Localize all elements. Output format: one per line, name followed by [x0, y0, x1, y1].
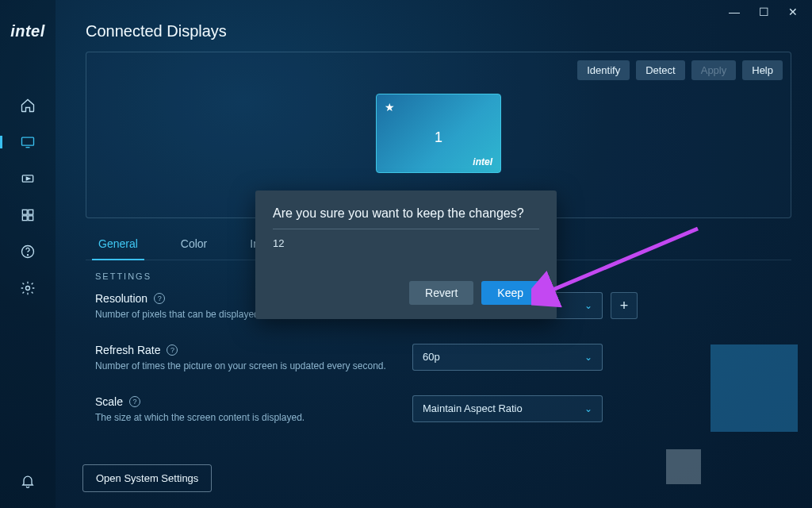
grid-icon: [20, 207, 36, 223]
sidebar-item-home[interactable]: [0, 98, 56, 114]
scale-value: Maintain Aspect Ratio: [423, 402, 523, 414]
refresh-row: Refresh Rate ? Number of times the pictu…: [95, 344, 782, 373]
info-icon[interactable]: ?: [154, 293, 165, 304]
display-tile-1[interactable]: ★ 1 intel: [376, 94, 501, 173]
svg-point-7: [28, 255, 29, 256]
dialog-countdown: 12: [273, 229, 539, 249]
sidebar-nav: [0, 98, 56, 296]
brand-logo: intel: [10, 22, 45, 40]
display-number: 1: [377, 129, 500, 146]
refresh-value: 60p: [423, 351, 440, 363]
sidebar-item-settings[interactable]: [0, 280, 56, 296]
add-resolution-button[interactable]: +: [611, 292, 638, 319]
svg-rect-5: [29, 216, 33, 221]
gear-icon: [20, 280, 36, 296]
decorative-square: [710, 344, 798, 432]
tab-general[interactable]: General: [95, 229, 141, 260]
info-icon[interactable]: ?: [129, 396, 140, 407]
info-icon[interactable]: ?: [167, 344, 178, 356]
page-title: Connected Displays: [86, 22, 791, 40]
detect-button[interactable]: Detect: [636, 60, 685, 80]
help-button[interactable]: Help: [742, 60, 783, 80]
svg-rect-0: [22, 137, 34, 145]
svg-rect-4: [22, 216, 27, 221]
display-icon: [20, 134, 36, 150]
scale-dropdown[interactable]: Maintain Aspect Ratio ⌄: [412, 395, 603, 422]
chevron-down-icon: ⌄: [584, 300, 592, 311]
home-icon: [20, 98, 36, 114]
sidebar-item-video[interactable]: [0, 171, 56, 187]
svg-point-8: [26, 287, 30, 291]
revert-button[interactable]: Revert: [409, 281, 473, 305]
svg-rect-3: [29, 210, 33, 214]
scale-row: Scale ? The size at which the screen con…: [95, 395, 782, 425]
star-icon: ★: [385, 101, 395, 114]
decorative-square: [666, 449, 701, 484]
sidebar-item-help[interactable]: [0, 244, 56, 260]
open-system-settings-button[interactable]: Open System Settings: [82, 464, 212, 492]
sidebar: intel: [0, 0, 56, 508]
display-brand: intel: [473, 156, 492, 167]
keep-changes-dialog: Are you sure you want to keep the change…: [255, 190, 557, 319]
scale-label: Scale: [95, 395, 123, 408]
refresh-label: Refresh Rate: [95, 344, 160, 356]
panel-buttons: Identify Detect Apply Help: [577, 60, 783, 80]
sidebar-item-display[interactable]: [0, 134, 56, 150]
bell-icon: [20, 473, 36, 489]
sidebar-item-notifications[interactable]: [0, 473, 56, 489]
sidebar-bottom: [0, 473, 56, 489]
question-icon: [20, 244, 36, 260]
identify-button[interactable]: Identify: [577, 60, 630, 80]
tab-color[interactable]: Color: [178, 229, 210, 260]
resolution-label: Resolution: [95, 292, 147, 305]
video-icon: [20, 171, 36, 187]
chevron-down-icon: ⌄: [584, 352, 592, 363]
scale-desc: The size at which the screen content is …: [95, 411, 396, 425]
keep-button[interactable]: Keep: [481, 281, 539, 305]
refresh-dropdown[interactable]: 60p ⌄: [412, 344, 603, 371]
sidebar-item-apps[interactable]: [0, 207, 56, 223]
apply-button: Apply: [691, 60, 737, 80]
dialog-title: Are you sure you want to keep the change…: [273, 206, 539, 221]
svg-rect-2: [22, 210, 27, 214]
refresh-desc: Number of times the picture on your scre…: [95, 360, 396, 373]
chevron-down-icon: ⌄: [584, 403, 592, 414]
